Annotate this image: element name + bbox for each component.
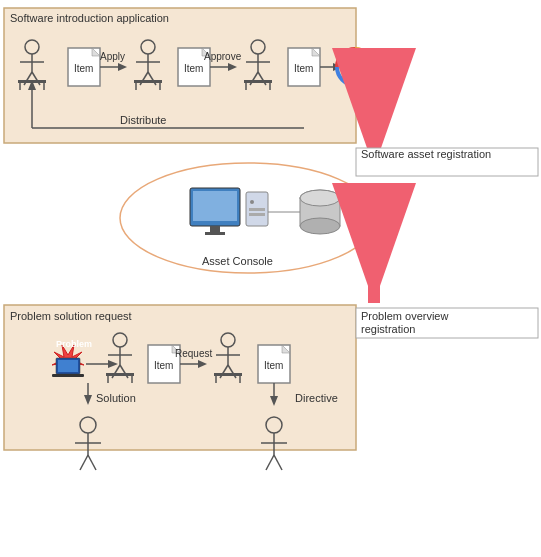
svg-text:Item: Item xyxy=(184,63,203,74)
svg-text:Item: Item xyxy=(154,360,173,371)
svg-text:Approve: Approve xyxy=(204,51,242,62)
svg-text:Request: Request xyxy=(175,348,212,359)
svg-point-61 xyxy=(300,218,340,234)
svg-text:Problem solution request: Problem solution request xyxy=(10,310,132,322)
svg-rect-69 xyxy=(58,360,78,372)
svg-text:Item: Item xyxy=(294,63,313,74)
svg-line-106 xyxy=(80,455,88,470)
svg-line-107 xyxy=(88,455,96,470)
svg-text:Apply: Apply xyxy=(100,51,125,62)
svg-rect-52 xyxy=(193,191,237,221)
svg-line-112 xyxy=(274,455,282,470)
svg-rect-77 xyxy=(106,373,134,376)
svg-text:Directive: Directive xyxy=(295,392,338,404)
svg-text:Problem: Problem xyxy=(56,339,92,349)
diagram-wrapper: Software introduction application Item A… xyxy=(0,0,541,557)
top-box-label: Software introduction application xyxy=(10,12,169,24)
svg-rect-34 xyxy=(244,80,272,83)
main-diagram: Software introduction application Item A… xyxy=(0,0,541,557)
svg-rect-57 xyxy=(249,208,265,211)
svg-point-56 xyxy=(250,200,254,204)
svg-line-111 xyxy=(266,455,274,470)
svg-text:Item: Item xyxy=(264,360,283,371)
svg-point-45 xyxy=(353,65,357,69)
svg-rect-53 xyxy=(210,226,220,232)
svg-text:Asset Console: Asset Console xyxy=(202,255,273,267)
svg-rect-54 xyxy=(205,232,225,235)
svg-text:Item: Item xyxy=(74,63,93,74)
svg-rect-20 xyxy=(134,80,162,83)
svg-point-62 xyxy=(300,190,340,206)
svg-text:Solution: Solution xyxy=(96,392,136,404)
svg-text:Distribute: Distribute xyxy=(120,114,166,126)
svg-rect-58 xyxy=(249,213,265,216)
svg-text:Problem overview: Problem overview xyxy=(361,310,448,322)
svg-rect-70 xyxy=(52,374,84,377)
svg-rect-91 xyxy=(214,373,242,376)
svg-text:Software asset registration: Software asset registration xyxy=(361,148,491,160)
svg-text:registration: registration xyxy=(361,323,415,335)
